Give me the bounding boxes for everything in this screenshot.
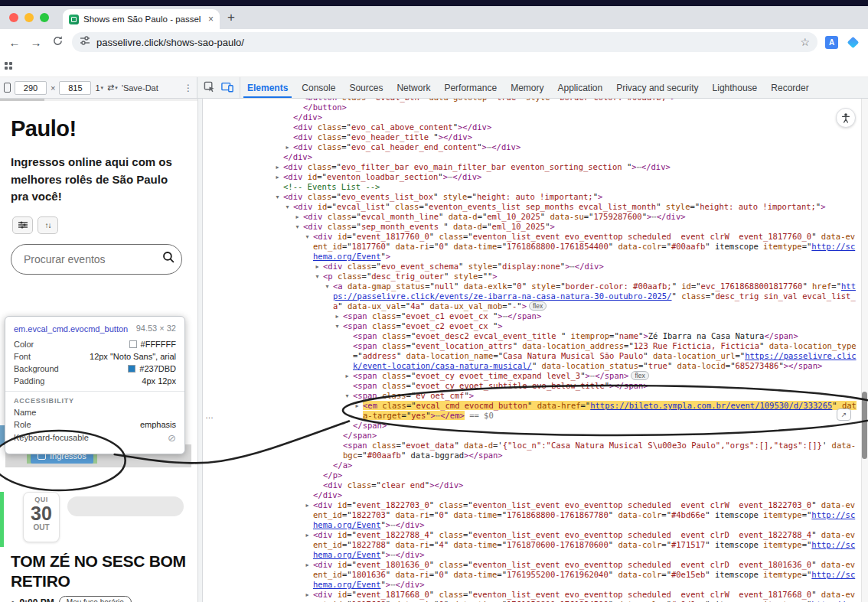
code-line[interactable]: <!-- Events List --> <box>203 182 857 192</box>
expand-arrow-icon[interactable]: ▸ <box>303 590 312 600</box>
zoom-dropdown[interactable]: 1▾ <box>95 83 103 93</box>
browser-tab[interactable]: Shows em São Paulo - passel × <box>63 9 220 29</box>
sort-button[interactable]: ↑↓ <box>38 216 58 234</box>
code-line[interactable]: ▸<div class="evcal_month_line" data-d="e… <box>203 212 857 222</box>
code-line[interactable]: </span> <box>203 421 857 431</box>
search-input[interactable] <box>24 253 162 265</box>
expand-arrow-icon[interactable]: ▸ <box>273 162 282 172</box>
expand-arrow-icon[interactable]: ▸ <box>313 262 321 272</box>
reveal-link-icon[interactable]: ↗ <box>837 408 851 421</box>
devtools-tab-application[interactable]: Application <box>550 77 609 98</box>
code-line[interactable]: </button> <box>203 103 857 112</box>
code-line[interactable]: ▸<span class="evoet_cy evoet_time_expand… <box>203 371 857 381</box>
device-height-input[interactable] <box>59 81 91 95</box>
timezone-button[interactable]: Meu fuso horário <box>59 596 132 602</box>
device-toolbar-menu-icon[interactable]: ⋮ <box>184 83 193 93</box>
throttle-label[interactable]: 'Save-Dat <box>122 83 158 93</box>
collapse-arrow-icon[interactable]: ▾ <box>343 391 351 401</box>
close-window-button[interactable] <box>9 13 18 22</box>
event-search-box[interactable] <box>11 244 182 275</box>
device-width-input[interactable] <box>15 81 47 95</box>
filter-button[interactable] <box>12 216 33 234</box>
code-line[interactable]: ▸<div id="event_1822788_4" class="evento… <box>203 530 857 560</box>
code-line[interactable]: ▾<span class="ev oet_cmf"> <box>203 391 857 401</box>
collapse-arrow-icon[interactable]: ▾ <box>293 222 302 232</box>
code-line[interactable]: ▸<div id="event_1822703_0" class="evento… <box>203 500 857 530</box>
address-bar[interactable]: passelivre.click/shows-sao-paulo/ ☆ <box>72 32 817 52</box>
code-line[interactable]: ▾<p class="desc_trig_outer" style=""> <box>203 272 857 281</box>
code-line[interactable]: ▸<span class="evoet_c1 evoet_cx ">⋯</spa… <box>203 311 857 321</box>
collapse-arrow-icon[interactable]: ▾ <box>283 202 292 212</box>
device-toolbar-toggle-icon[interactable] <box>221 82 233 94</box>
devtools-tab-lighthouse[interactable]: Lighthouse <box>706 77 765 98</box>
code-line[interactable]: <div class="evo_header_title "></div> <box>203 132 857 142</box>
expand-arrow-icon[interactable]: ▸ <box>283 142 292 152</box>
new-tab-button[interactable]: + <box>227 10 235 25</box>
code-line[interactable]: </div> <box>203 490 857 500</box>
expand-arrow-icon[interactable]: ▸ <box>303 500 312 510</box>
code-line[interactable]: <span class="event_location_attrs" data-… <box>203 341 857 371</box>
code-line[interactable]: <span class="evoet_data" data-d='{"loc_n… <box>203 441 857 460</box>
flex-badge[interactable]: flex <box>529 301 547 311</box>
code-line[interactable]: ▸<div class="evo_event_schema" style="di… <box>203 262 857 272</box>
code-line[interactable]: </span> <box>203 431 857 441</box>
expand-arrow-icon[interactable]: ▸ <box>273 172 282 182</box>
code-line[interactable]: </div> <box>203 112 857 122</box>
code-line[interactable]: ▾<div class="sep_month_events " data-d="… <box>203 222 857 232</box>
accessibility-fab[interactable] <box>836 108 856 128</box>
devtools-tab-memory[interactable]: Memory <box>504 77 550 98</box>
devtools-tab-privacy-and-security[interactable]: Privacy and security <box>609 77 705 98</box>
devtools-tab-recorder[interactable]: Recorder <box>764 77 815 98</box>
collapse-arrow-icon[interactable]: ▾ <box>303 232 312 242</box>
horizontal-scrollbar[interactable] <box>0 99 197 101</box>
forward-icon[interactable]: → <box>29 36 43 49</box>
rotate-dropdown[interactable]: ⇄▾ <box>107 83 118 93</box>
maximize-window-button[interactable] <box>40 13 49 22</box>
hidden-content-ellipsis[interactable]: … <box>205 411 214 420</box>
tune-icon[interactable] <box>80 35 90 49</box>
code-line[interactable]: ▾<div class="evo_events_list_box" style=… <box>203 192 857 202</box>
event-card[interactable]: QUI 30 OUT TOM ZÉ NO SESC BOM RETIRO ● 9… <box>0 490 191 602</box>
code-line[interactable]: </p> <box>203 470 857 480</box>
code-line[interactable]: ▾<a data-gmap_status="null" data-exlk="0… <box>203 281 857 311</box>
devtools-tab-elements[interactable]: Elements <box>240 77 295 98</box>
minimize-window-button[interactable] <box>24 13 34 22</box>
code-line[interactable]: ▾<span class="evoet_c2 evoet_cx "> <box>203 321 857 331</box>
collapse-arrow-icon[interactable]: ▾ <box>323 281 331 291</box>
flex-badge[interactable]: flex <box>631 371 648 380</box>
inspect-element-icon[interactable] <box>204 81 215 94</box>
code-line[interactable]: <span class="evoet_desc2 evcal_event_tit… <box>203 331 857 341</box>
elements-scrollbar[interactable] <box>861 99 868 602</box>
collapse-arrow-icon[interactable]: ▾ <box>313 272 321 281</box>
code-line[interactable]: </a> <box>203 460 857 470</box>
collapse-arrow-icon[interactable]: ▾ <box>333 321 341 331</box>
bookmark-star-icon[interactable]: ☆ <box>800 36 810 48</box>
code-line[interactable]: ▾<div id="event_1817760_0" class="evento… <box>203 232 857 262</box>
code-line[interactable]: ▸<div id="event_1801636_0" class="evento… <box>203 560 857 590</box>
expand-arrow-icon[interactable]: ▸ <box>353 401 361 411</box>
devtools-tab-sources[interactable]: Sources <box>342 77 390 98</box>
code-line[interactable]: <div class="evo_cal_above_content"></div… <box>203 122 857 132</box>
selected-code-line[interactable]: ▸<em class="evcal_cmd evocmd_button" dat… <box>203 401 857 421</box>
devtools-tab-network[interactable]: Network <box>390 77 437 98</box>
code-line[interactable]: <span class="evoet_cy evoet_subtitle evo… <box>203 381 857 391</box>
search-icon[interactable] <box>162 251 175 267</box>
responsive-device-icon[interactable] <box>4 83 11 93</box>
devtools-tab-console[interactable]: Console <box>295 77 342 98</box>
code-line[interactable]: </div> <box>203 152 857 162</box>
code-line[interactable]: ▸<div class="evo_filter_bar evo_main_fil… <box>203 162 857 172</box>
devtools-tab-performance[interactable]: Performance <box>437 77 504 98</box>
expand-arrow-icon[interactable]: ▸ <box>303 530 312 540</box>
extension-icon[interactable] <box>847 36 860 48</box>
expand-arrow-icon[interactable]: ▸ <box>333 311 341 321</box>
translate-icon[interactable]: A <box>825 36 838 49</box>
code-line[interactable]: <div class="clear end"></div> <box>203 480 857 490</box>
tab-close-icon[interactable]: × <box>208 14 214 24</box>
expand-arrow-icon[interactable]: ▸ <box>343 371 351 381</box>
panel-resize-handle[interactable] <box>197 99 203 602</box>
reload-icon[interactable] <box>51 35 64 49</box>
code-line[interactable]: ▸<div id="event_1817668_0" class="evento… <box>203 590 857 602</box>
code-line[interactable]: ▸<div id="eventon_loadbar_section">⋯</di… <box>203 172 857 182</box>
expand-arrow-icon[interactable]: ▸ <box>303 560 312 570</box>
collapse-arrow-icon[interactable]: ▾ <box>273 192 282 202</box>
